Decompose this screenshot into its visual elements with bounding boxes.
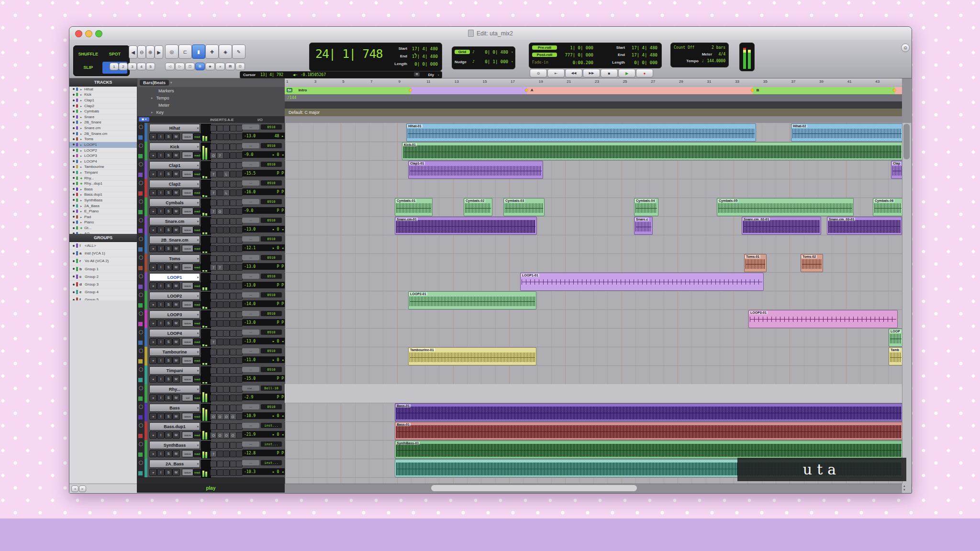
insert-slot[interactable] <box>236 442 243 449</box>
automation-mode-button[interactable]: read <box>193 450 201 457</box>
insert-slot[interactable] <box>230 405 236 411</box>
output-path-selector[interactable]: — <box>242 199 259 204</box>
insert-slot[interactable]: O <box>230 432 236 439</box>
mute-button[interactable]: M <box>172 320 180 327</box>
tempo-ruler[interactable]: ♪144 <box>285 94 902 102</box>
output-path-selector[interactable]: — <box>242 236 259 242</box>
track-name-caret-icon[interactable]: ▾ <box>197 425 199 428</box>
freeze-icon[interactable] <box>139 349 143 353</box>
insert-slot[interactable] <box>236 199 243 206</box>
track-name-button[interactable]: Kick▾ <box>149 143 200 151</box>
volume-value[interactable]: -13.0 <box>244 134 256 138</box>
insert-slot[interactable] <box>230 311 236 318</box>
insert-slot[interactable] <box>236 237 243 243</box>
freeze-icon[interactable] <box>139 125 143 129</box>
track-name-caret-icon[interactable]: ▾ <box>197 220 199 223</box>
insert-slot[interactable] <box>230 367 236 374</box>
return-to-zero-button[interactable]: ⇤ <box>547 69 565 77</box>
insert-slot[interactable] <box>210 461 217 467</box>
group-active-dot-icon[interactable] <box>73 276 75 277</box>
sidebar-group-f[interactable]: fGroup 5 <box>69 296 137 300</box>
nudge-note-icon[interactable]: ♪ <box>472 59 475 64</box>
io-selector[interactable]: Bell-10 <box>261 386 282 391</box>
insert-slot[interactable] <box>217 189 223 196</box>
insert-slot[interactable] <box>230 152 236 159</box>
insert-slot[interactable]: O <box>223 413 230 420</box>
track-name-button[interactable]: LOOP3▾ <box>149 310 200 319</box>
zoom-vertical-button[interactable]: ⊕ <box>146 45 155 59</box>
input-monitor-button[interactable]: I <box>157 301 165 308</box>
horizontal-scrollbar[interactable] <box>285 484 902 493</box>
track-view-selector[interactable]: wave <box>182 208 193 215</box>
group-active-dot-icon[interactable] <box>73 284 75 286</box>
input-monitor-button[interactable]: I <box>157 152 165 159</box>
record-enable-button[interactable]: ● <box>149 450 157 457</box>
io-selector[interactable]: B910 <box>261 180 282 186</box>
freeze-icon[interactable] <box>139 218 143 222</box>
insert-slot[interactable] <box>223 405 230 411</box>
zoom-in-button[interactable]: ▶ <box>155 45 163 59</box>
mute-button[interactable]: M <box>172 282 180 289</box>
track-show-dot-icon[interactable] <box>73 94 75 96</box>
insert-slot[interactable]: O <box>210 413 217 420</box>
track-show-dot-icon[interactable] <box>73 127 75 129</box>
insert-slot[interactable] <box>236 413 243 420</box>
clip-Snare.cm_03-01[interactable]: Snare.cm_03-01 <box>827 217 902 235</box>
track-name-button[interactable]: LOOP4▾ <box>149 329 200 337</box>
insert-slot[interactable] <box>230 349 236 355</box>
io-selector[interactable]: inst... <box>261 423 282 428</box>
insert-slot[interactable] <box>236 405 243 411</box>
track-view-selector[interactable]: wave <box>182 282 193 289</box>
track-name-button[interactable]: Clap2▾ <box>149 180 200 188</box>
clip-Cymbals-02[interactable]: Cymbals-02 <box>464 198 492 216</box>
solo-button[interactable]: S <box>165 413 172 420</box>
insert-slot[interactable] <box>210 320 217 327</box>
pan-value[interactable]: P P <box>277 320 284 325</box>
insert-slot[interactable] <box>236 432 243 439</box>
insert-slot[interactable] <box>217 171 223 177</box>
track-show-dot-icon[interactable] <box>73 171 75 173</box>
pan-value[interactable]: P P <box>277 190 284 194</box>
solo-button[interactable]: S <box>165 226 172 233</box>
insert-slot[interactable] <box>210 274 217 281</box>
insert-slot[interactable] <box>217 339 223 345</box>
io-selector[interactable]: B910 <box>261 274 282 279</box>
freeze-icon[interactable] <box>139 143 143 148</box>
pan-value[interactable]: P P <box>277 283 284 287</box>
insert-slot[interactable]: 7 <box>210 264 217 271</box>
insert-slot[interactable]: O <box>223 432 230 439</box>
track-name-caret-icon[interactable]: ▾ <box>197 164 199 167</box>
group-active-dot-icon[interactable] <box>73 291 75 293</box>
insert-slot[interactable] <box>230 143 236 150</box>
input-monitor-button[interactable]: I <box>157 394 165 401</box>
freeze-icon[interactable] <box>139 237 143 241</box>
insert-slot[interactable] <box>210 442 217 449</box>
insert-slot[interactable] <box>230 423 236 430</box>
solo-button[interactable]: S <box>165 189 172 196</box>
track-name-caret-icon[interactable]: ▾ <box>197 201 199 204</box>
input-monitor-button[interactable]: I <box>157 375 165 383</box>
track-view-selector[interactable]: wave <box>182 320 193 327</box>
track-name-caret-icon[interactable]: ▾ <box>197 369 199 372</box>
tab-to-transient-button[interactable]: ◁ <box>165 63 175 70</box>
sidebar-track-Snare.cm[interactable]: ▸Snare.cm <box>69 125 137 131</box>
output-path-selector[interactable]: — <box>242 367 259 372</box>
clip-Bass-01[interactable]: Bass-01 <box>395 403 902 421</box>
meter-row-header[interactable]: Meter <box>137 101 285 109</box>
input-monitor-button[interactable]: I <box>157 338 165 345</box>
pre-roll-badge[interactable]: Pre-roll <box>532 45 557 50</box>
sidebar-group-r[interactable]: rVo All (VCA 2) <box>69 257 137 265</box>
insert-slot[interactable] <box>236 469 243 476</box>
pan-value[interactable]: P P <box>277 171 284 176</box>
volume-value[interactable]: -15.0 <box>244 376 256 381</box>
insert-slot[interactable] <box>210 386 217 393</box>
insert-slot[interactable] <box>236 181 243 187</box>
track-name-caret-icon[interactable]: ▾ <box>197 443 199 447</box>
clip-Cymbals-01[interactable]: Cymbals-01 <box>395 198 433 216</box>
track-name-caret-icon[interactable]: ▾ <box>197 294 199 298</box>
insert-slot[interactable] <box>223 330 230 337</box>
insert-slot[interactable] <box>236 330 243 337</box>
track-show-dot-icon[interactable] <box>73 149 75 151</box>
insert-slot[interactable] <box>223 218 230 225</box>
insert-slot[interactable]: O <box>210 152 217 159</box>
